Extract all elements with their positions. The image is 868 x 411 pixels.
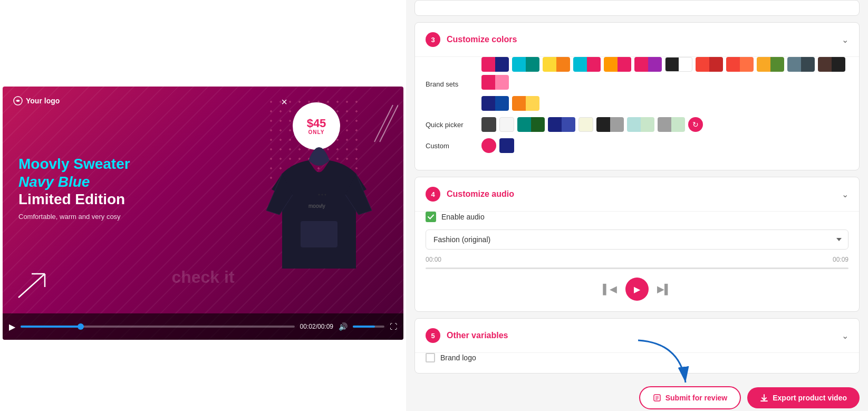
- section-5-title: Other variables: [447, 331, 508, 340]
- section-3-title: Customize colors: [447, 35, 517, 44]
- section-4-chevron-icon: ⌄: [842, 189, 848, 199]
- enable-audio-checkbox[interactable]: [426, 212, 436, 222]
- section-3-header[interactable]: 3 Customize colors ⌄: [415, 23, 859, 56]
- section-5-number: 5: [426, 328, 440, 343]
- section-top-partial: [414, 0, 860, 16]
- enable-audio-row: Enable audio: [426, 212, 848, 222]
- custom-swatch-1[interactable]: [481, 138, 496, 153]
- right-panel: 3 Customize colors ⌄ Brand sets: [406, 0, 868, 411]
- section-5-chevron-icon: ⌄: [842, 331, 848, 341]
- swatch-1[interactable]: [481, 57, 509, 72]
- checkmark-icon: [428, 214, 434, 219]
- video-title2: Navy Blue: [18, 173, 130, 191]
- swatch-13[interactable]: [481, 75, 509, 90]
- section-customize-audio: 4 Customize audio ⌄ Enable audio Fashion…: [414, 177, 860, 312]
- audio-time-start: 00:00: [426, 256, 441, 263]
- section-4-body: Enable audio Fashion (original) Pop Jazz…: [415, 211, 859, 311]
- quick-swatch-6[interactable]: [596, 117, 624, 132]
- custom-row: Custom: [426, 138, 848, 153]
- hoodie-svg: moovly: [261, 126, 377, 279]
- swatch-11[interactable]: [787, 57, 815, 72]
- deco-arrow: [16, 271, 47, 300]
- audio-time-end: 00:09: [833, 256, 848, 263]
- svg-rect-3: [301, 221, 337, 247]
- swatch-9[interactable]: [726, 57, 754, 72]
- swatch-12[interactable]: [818, 57, 845, 72]
- audio-play-button[interactable]: ▶: [625, 278, 649, 301]
- export-product-video-button[interactable]: Export product video: [747, 387, 860, 408]
- brand-sets-row: Brand sets: [426, 57, 848, 111]
- bottom-actions: Submit for review Export product video: [414, 380, 860, 411]
- brand-logo-label: Brand logo: [440, 353, 476, 362]
- fullscreen-button[interactable]: ⛶: [390, 322, 397, 331]
- time-display: 00:02/00:09: [300, 323, 333, 330]
- audio-timeline: 00:00 00:09: [426, 256, 848, 263]
- quick-picker-label: Quick picker: [426, 121, 473, 129]
- audio-skip-forward-button[interactable]: ▶▌: [657, 283, 671, 295]
- play-button[interactable]: ▶: [9, 322, 15, 332]
- swatch-4[interactable]: [573, 57, 601, 72]
- progress-bar[interactable]: [21, 326, 295, 328]
- brand-logo-checkbox[interactable]: [426, 353, 435, 362]
- arrow-annotation: [633, 338, 696, 390]
- quick-swatch-8[interactable]: [658, 117, 685, 132]
- brand-swatches: [481, 57, 848, 111]
- audio-controls: ▌◀ ▶ ▶▌: [426, 278, 848, 301]
- section-customize-colors: 3 Customize colors ⌄ Brand sets: [414, 22, 860, 170]
- quick-swatch-5[interactable]: [578, 117, 593, 132]
- export-label: Export product video: [773, 394, 847, 402]
- quick-swatch-1[interactable]: [481, 117, 496, 132]
- refresh-colors-button[interactable]: ↻: [688, 117, 703, 132]
- section-3-number: 3: [426, 32, 440, 47]
- svg-point-7: [325, 194, 326, 196]
- swatch-10[interactable]: [757, 57, 784, 72]
- swatch-3[interactable]: [543, 57, 570, 72]
- swatch-6[interactable]: [634, 57, 662, 72]
- svg-line-8: [18, 274, 45, 298]
- volume-bar[interactable]: [353, 326, 384, 328]
- section-3-chevron-icon: ⌄: [842, 35, 848, 45]
- swatch-15[interactable]: [512, 96, 539, 111]
- quick-swatch-7[interactable]: [627, 117, 654, 132]
- left-panel: Your logo × $45 ONLY Moovly Sweater Navy…: [0, 0, 406, 411]
- brand-sets-label: Brand sets: [426, 80, 473, 88]
- progress-thumb: [78, 323, 84, 330]
- swatch-2[interactable]: [512, 57, 539, 72]
- quick-swatch-2[interactable]: [499, 117, 514, 132]
- video-subtitle: Comfortable, warm and very cosy: [18, 213, 130, 221]
- quick-swatch-3[interactable]: [517, 117, 545, 132]
- audio-track-select[interactable]: Fashion (original) Pop Jazz Classical El…: [426, 230, 848, 250]
- audio-skip-back-button[interactable]: ▌◀: [603, 283, 617, 295]
- swatch-7[interactable]: [665, 57, 692, 72]
- section-3-body: Brand sets: [415, 56, 859, 170]
- svg-text:moovly: moovly: [308, 203, 325, 209]
- section-4-number: 4: [426, 187, 440, 202]
- custom-swatch-2[interactable]: [499, 138, 514, 153]
- video-title1: Moovly Sweater: [18, 155, 130, 173]
- custom-swatches: [481, 138, 514, 153]
- export-icon: [760, 394, 768, 402]
- product-image: moovly: [250, 118, 388, 287]
- quick-picker-row: Quick picker ↻: [426, 117, 848, 132]
- video-close-icon[interactable]: ×: [281, 96, 287, 108]
- enable-audio-label: Enable audio: [441, 213, 485, 221]
- audio-progress-bar[interactable]: [426, 267, 848, 269]
- submit-icon: [653, 394, 661, 402]
- video-watermark: check it: [171, 267, 234, 287]
- swatch-5[interactable]: [604, 57, 631, 72]
- section-4-title: Customize audio: [447, 189, 514, 199]
- swatch-8[interactable]: [696, 57, 723, 72]
- video-preview: Your logo × $45 ONLY Moovly Sweater Navy…: [3, 87, 403, 340]
- quick-swatch-4[interactable]: [548, 117, 575, 132]
- video-title3: Limited Edition: [18, 190, 130, 208]
- section-4-header[interactable]: 4 Customize audio ⌄: [415, 177, 859, 211]
- svg-point-5: [319, 194, 320, 196]
- svg-point-6: [322, 194, 323, 196]
- swatch-14[interactable]: [481, 96, 509, 111]
- progress-fill: [21, 326, 81, 328]
- video-controls: ▶ 00:02/00:09 🔊 ⛶: [3, 313, 403, 340]
- custom-label: Custom: [426, 142, 473, 150]
- volume-fill: [353, 326, 375, 328]
- video-logo: Your logo: [13, 96, 60, 106]
- submit-label: Submit for review: [666, 394, 727, 402]
